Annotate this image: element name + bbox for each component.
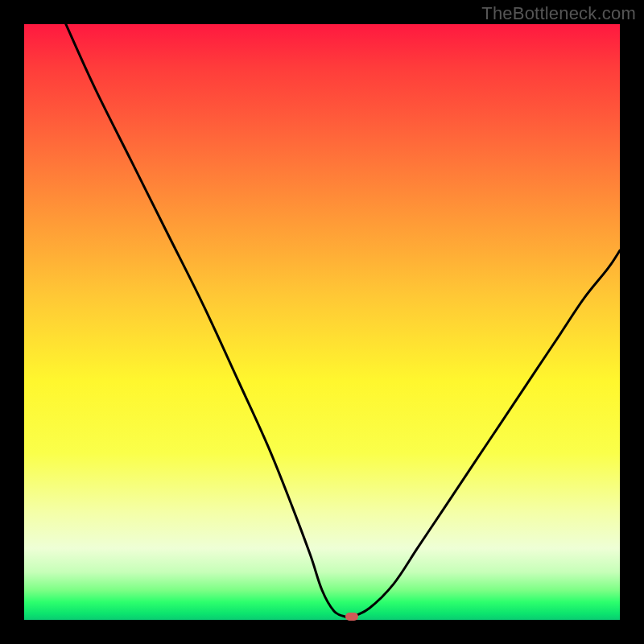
chart-frame: TheBottleneck.com: [0, 0, 644, 644]
bottleneck-curve: [24, 24, 620, 620]
watermark-text: TheBottleneck.com: [481, 3, 636, 24]
plot-area: [24, 24, 620, 620]
optimal-point-marker: [345, 613, 358, 621]
